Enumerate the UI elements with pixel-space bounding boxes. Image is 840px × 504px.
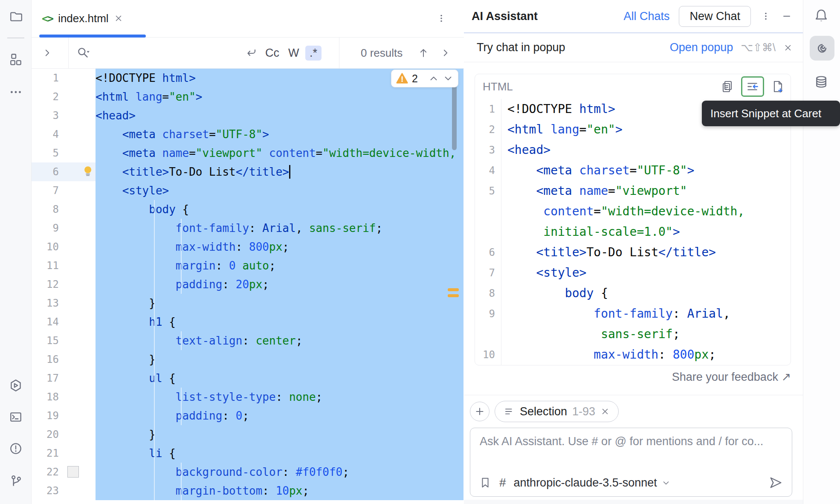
code-text: font-family: Arial, sans-serif;: [96, 219, 463, 238]
selection-chip-close-icon[interactable]: [600, 407, 610, 416]
code-line[interactable]: 6 <title>To-Do List</title>: [32, 162, 463, 181]
insert-snippet-at-caret-icon[interactable]: [741, 76, 764, 97]
gutter-cell: 9: [32, 219, 96, 238]
code-line[interactable]: 21 li {: [32, 444, 463, 463]
code-text: <html lang="en">: [96, 87, 463, 106]
hash-mention-icon[interactable]: #: [499, 476, 506, 490]
version-control-icon[interactable]: [8, 473, 23, 489]
gutter-cell: 11: [32, 256, 96, 275]
copy-snippet-icon[interactable]: [721, 80, 734, 93]
snippet-language: HTML: [483, 80, 714, 93]
code-line[interactable]: 3<head>: [32, 106, 463, 125]
gutter-cell: 14: [32, 313, 96, 331]
editor-scrollbar[interactable]: [452, 78, 457, 150]
code-line[interactable]: 4 <meta charset="UTF-8">: [32, 125, 463, 144]
problems-icon[interactable]: [8, 441, 23, 456]
whole-words-toggle[interactable]: W: [288, 38, 299, 68]
previous-match-icon[interactable]: [417, 38, 429, 68]
banner-close-icon[interactable]: [783, 43, 793, 52]
code-line[interactable]: 18 list-style-type: none;: [32, 388, 463, 406]
regex-toggle[interactable]: .*: [305, 38, 322, 68]
snippet-code-text: <title>To-Do List</title>: [501, 242, 791, 263]
new-chat-button[interactable]: New Chat: [679, 6, 751, 27]
prompt-placeholder[interactable]: Ask AI Assistant. Use # or @ for mention…: [480, 435, 782, 448]
indent-guide: [181, 331, 182, 350]
code-line[interactable]: 14 h1 {: [32, 313, 463, 331]
inspection-widget[interactable]: 2: [391, 70, 458, 87]
ai-assistant-tool-icon[interactable]: [810, 36, 834, 61]
code-line[interactable]: 16 }: [32, 350, 463, 369]
snippet-code-text: max-width: 800px;: [501, 345, 791, 365]
code-line[interactable]: 7 <style>: [32, 181, 463, 200]
code-line[interactable]: 8 body {: [32, 200, 463, 219]
code-editor[interactable]: 1<!DOCTYPE html>2<html lang="en">3<head>…: [32, 69, 463, 504]
gutter-cell: 7: [32, 181, 96, 200]
selection-chip[interactable]: Selection 1-93: [495, 401, 619, 422]
code-line[interactable]: 5 <meta name="viewport" content="width=d…: [32, 144, 463, 162]
line-number: 15: [46, 331, 59, 350]
add-context-button[interactable]: [470, 402, 490, 421]
editor-tab-bar: <> index.html: [32, 0, 464, 38]
gutter-cell: 15: [32, 331, 96, 350]
code-line[interactable]: 15 text-align: center;: [32, 331, 463, 350]
terminal-icon[interactable]: [8, 409, 23, 425]
code-line[interactable]: 20 }: [32, 425, 463, 444]
expand-search-icon[interactable]: [42, 38, 53, 68]
previous-problem-icon[interactable]: [428, 73, 439, 84]
panel-options-kebab-icon[interactable]: [760, 9, 771, 23]
gutter-cell: 10: [32, 238, 96, 256]
notifications-bell-icon[interactable]: [814, 8, 829, 23]
more-tools-icon[interactable]: [8, 84, 23, 100]
structure-icon[interactable]: [8, 52, 23, 67]
snippet-code-text: <head>: [501, 140, 791, 160]
tab-close-icon[interactable]: [114, 14, 123, 23]
active-tab-underline: [39, 35, 146, 38]
color-preview-swatch[interactable]: [67, 466, 79, 478]
snippet-line: 5 <meta name="viewport": [475, 181, 791, 201]
line-number: 12: [46, 275, 59, 294]
run-services-icon[interactable]: [8, 378, 23, 393]
code-line[interactable]: 12 padding: 20px;: [32, 275, 463, 294]
snippet-line-number: 9: [475, 304, 501, 324]
prompt-bottom-row: # anthropic-claude-3.5-sonnet: [479, 473, 783, 492]
code-text: <meta name="viewport" content="width=dev…: [96, 144, 463, 162]
gutter-cell: 18: [32, 388, 96, 406]
send-icon[interactable]: [768, 475, 783, 490]
tab-index-html[interactable]: <> index.html: [39, 0, 126, 37]
match-case-toggle[interactable]: Cc: [265, 38, 279, 68]
next-problem-icon[interactable]: [443, 73, 454, 84]
database-icon[interactable]: [814, 74, 829, 90]
open-popup-link[interactable]: Open popup: [670, 41, 733, 54]
code-line[interactable]: 17 ul {: [32, 369, 463, 388]
snippet-line-number: 1: [475, 99, 501, 119]
indent-guide: [181, 388, 182, 425]
code-text: background-color: #f0f0f0;: [96, 463, 463, 481]
snippet-line: 7 <style>: [475, 263, 791, 283]
all-chats-link[interactable]: All Chats: [623, 10, 669, 23]
code-line[interactable]: 10 max-width: 800px;: [32, 238, 463, 256]
minimize-panel-icon[interactable]: [781, 10, 793, 22]
code-line[interactable]: 23 margin-bottom: 10px;: [32, 481, 463, 500]
prompt-input-box[interactable]: Ask AI Assistant. Use # or @ for mention…: [470, 428, 792, 497]
indent-guide: [181, 219, 182, 294]
share-feedback-link[interactable]: Share your feedback ↗: [672, 370, 791, 384]
code-text: }: [96, 350, 463, 369]
code-line[interactable]: 2<html lang="en">: [32, 87, 463, 106]
folder-icon[interactable]: [8, 8, 23, 23]
code-line[interactable]: 9 font-family: Arial, sans-serif;: [32, 219, 463, 238]
code-text: <meta charset="UTF-8">: [96, 125, 463, 144]
code-line[interactable]: 13 }: [32, 294, 463, 313]
code-line[interactable]: 19 padding: 0;: [32, 406, 463, 425]
search-icon[interactable]: [76, 38, 90, 68]
next-match-icon[interactable]: [440, 38, 451, 68]
intention-lightbulb-icon[interactable]: [82, 165, 95, 178]
newline-toggle-icon[interactable]: [244, 38, 258, 68]
snippet-line-number: 5: [475, 181, 501, 201]
code-line[interactable]: 11 margin: 0 auto;: [32, 256, 463, 275]
code-line[interactable]: 22 background-color: #f0f0f0;: [32, 463, 463, 481]
create-file-icon[interactable]: [771, 80, 785, 93]
prompt-library-icon[interactable]: [479, 476, 492, 489]
tab-options-kebab-icon[interactable]: [436, 11, 447, 26]
model-selector[interactable]: anthropic-claude-3.5-sonnet: [514, 476, 671, 490]
gutter-cell: 22: [32, 463, 96, 481]
